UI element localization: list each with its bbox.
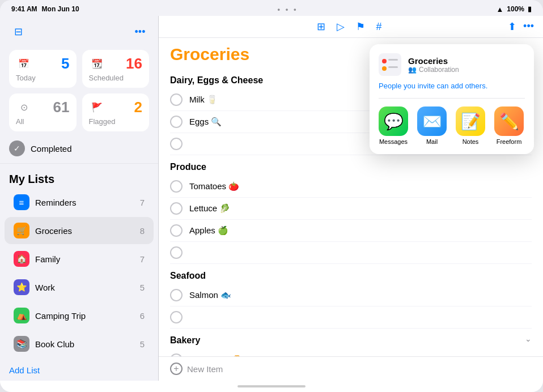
groceries-name: Groceries — [35, 226, 134, 236]
groceries-icon: 🛒 — [14, 223, 29, 238]
freeform-app-icon: ✏️ — [494, 106, 524, 136]
bookclub-count: 5 — [140, 339, 145, 349]
date-label: Mon Jun 10 — [42, 5, 79, 13]
camping-count: 6 — [140, 311, 145, 321]
item-lettuce-text: Lettuce 🥬 — [189, 203, 230, 214]
collab-app-messages[interactable]: 💬 Messages — [379, 106, 408, 145]
list-item-reminders[interactable]: ≡ Reminders 7 — [5, 189, 154, 216]
smart-card-scheduled[interactable]: 📆 16 Scheduled — [82, 50, 150, 88]
scan-icon[interactable]: ⊞ — [317, 20, 325, 33]
groceries-count: 8 — [140, 226, 145, 236]
detail-toolbar-icons: ⊞ ▷ ⚑ # — [317, 20, 382, 33]
navigate-icon[interactable]: ▷ — [337, 20, 345, 33]
home-indicator — [0, 381, 543, 392]
scheduled-icon: 📆 — [89, 56, 105, 71]
sidebar-toggle-button[interactable]: ⊟ — [9, 23, 27, 41]
collab-title-area: Groceries 👥 Collaboration — [408, 56, 525, 74]
share-icon[interactable]: ⬆ — [508, 20, 516, 33]
collab-divider — [379, 98, 525, 99]
today-label: Today — [16, 74, 70, 82]
sidebar-toolbar: ⊟ ••• — [0, 20, 158, 45]
list-item-bookclub[interactable]: 📚 Book Club 5 — [5, 330, 154, 357]
notes-app-icon: 📝 — [456, 106, 485, 136]
mail-app-label: Mail — [426, 138, 438, 145]
flag-icon[interactable]: ⚑ — [356, 20, 365, 33]
collab-title: Groceries — [408, 56, 525, 66]
item-lettuce-circle[interactable] — [170, 202, 183, 215]
flagged-count: 2 — [134, 100, 142, 114]
item-milk-circle[interactable] — [170, 93, 183, 106]
list-item-work[interactable]: ⭐ Work 5 — [5, 274, 154, 301]
collab-line-1 — [388, 59, 398, 61]
collab-line-2 — [388, 66, 398, 68]
smart-card-all-header: ⊙ 61 — [16, 99, 70, 115]
new-item-label: New Item — [187, 364, 223, 374]
produce-empty-circle[interactable] — [170, 246, 183, 259]
smart-card-flagged[interactable]: 🚩 2 Flagged — [82, 93, 150, 131]
item-tomatoes: Tomatoes 🍅 — [170, 176, 532, 198]
hashtag-icon[interactable]: # — [376, 21, 382, 33]
smart-lists-grid: 📅 5 Today 📆 16 Scheduled ⊙ 61 — [0, 45, 158, 136]
add-list-button[interactable]: Add List — [0, 360, 158, 381]
messages-app-label: Messages — [379, 138, 408, 145]
collab-dot-red — [382, 59, 387, 63]
family-name: Family — [35, 254, 134, 264]
messages-app-icon: 💬 — [379, 106, 408, 136]
seafood-empty-circle[interactable] — [170, 311, 183, 323]
ipad-frame: 9:41 AM Mon Jun 10 • • • ▲ 100% ▮ ⊟ ••• … — [0, 0, 543, 392]
family-icon: 🏠 — [14, 251, 29, 267]
sidebar: ⊟ ••• 📅 5 Today 📆 16 Schedu — [0, 16, 159, 381]
item-salmon-text: Salmon 🐟 — [189, 290, 231, 300]
item-salmon: Salmon 🐟 — [170, 284, 532, 306]
collab-app-mail[interactable]: ✉️ Mail — [417, 106, 447, 145]
collab-app-notes[interactable]: 📝 Notes — [456, 106, 485, 145]
scheduled-label: Scheduled — [89, 74, 143, 82]
collab-app-freeform[interactable]: ✏️ Freeform — [494, 106, 524, 145]
time-label: 9:41 AM — [11, 5, 37, 13]
smart-card-flagged-header: 🚩 2 — [89, 99, 143, 115]
detail-pane: ⊞ ▷ ⚑ # ⬆ ••• Groceries Dairy, Eggs & Ch… — [159, 16, 543, 381]
item-milk-text: Milk 🥛 — [189, 95, 218, 105]
freeform-app-label: Freeform — [497, 138, 522, 145]
collab-invite-text[interactable]: People you invite can add others. — [379, 82, 525, 90]
smart-card-scheduled-header: 📆 16 — [89, 56, 143, 71]
sidebar-ellipsis-button[interactable]: ••• — [131, 23, 149, 41]
wifi-icon: ▲ — [496, 5, 503, 14]
list-item-family[interactable]: 🏠 Family 7 — [5, 245, 154, 272]
item-eggs-circle[interactable] — [170, 116, 183, 128]
list-item-camping[interactable]: ⛺ Camping Trip 6 — [5, 302, 154, 329]
mail-app-icon: ✉️ — [417, 106, 447, 136]
toolbar-dots-top: • • • — [278, 5, 298, 14]
dairy-empty-circle[interactable] — [170, 138, 183, 150]
home-bar — [237, 385, 306, 387]
bakery-header-row: Bakery ⌄ — [170, 329, 532, 349]
smart-card-today[interactable]: 📅 5 Today — [9, 50, 77, 88]
family-count: 7 — [140, 254, 145, 264]
notes-app-label: Notes — [463, 138, 479, 145]
collab-popover: Groceries 👥 Collaboration People you inv… — [370, 44, 534, 154]
section-produce: Produce — [170, 155, 532, 176]
smart-card-all[interactable]: ⊙ 61 All — [9, 93, 77, 131]
completed-item[interactable]: ✓ Completed — [0, 136, 158, 161]
flagged-label: Flagged — [89, 117, 143, 126]
list-item-groceries[interactable]: 🛒 Groceries 8 — [5, 217, 154, 244]
item-tomatoes-circle[interactable] — [170, 180, 183, 193]
new-item-plus-icon: + — [170, 363, 183, 375]
item-apples-circle[interactable] — [170, 224, 183, 237]
status-bar: 9:41 AM Mon Jun 10 • • • ▲ 100% ▮ — [0, 0, 543, 16]
bakery-chevron-icon[interactable]: ⌄ — [525, 334, 532, 343]
today-icon: 📅 — [16, 56, 32, 71]
toolbar-right: ⬆ ••• — [508, 20, 534, 33]
new-item-row[interactable]: + New Item — [159, 356, 543, 381]
work-name: Work — [35, 283, 134, 292]
camping-icon: ⛺ — [14, 308, 29, 323]
item-tomatoes-text: Tomatoes 🍅 — [189, 181, 239, 191]
section-seafood: Seafood — [170, 264, 532, 284]
item-lettuce: Lettuce 🥬 — [170, 198, 532, 220]
collab-header: Groceries 👥 Collaboration — [379, 53, 525, 76]
dots-center: • • • — [278, 5, 298, 14]
reminders-icon: ≡ — [14, 194, 29, 210]
detail-ellipsis-icon[interactable]: ••• — [523, 20, 534, 33]
item-croissants: Croissants 🥐 — [170, 349, 532, 356]
item-salmon-circle[interactable] — [170, 289, 183, 301]
